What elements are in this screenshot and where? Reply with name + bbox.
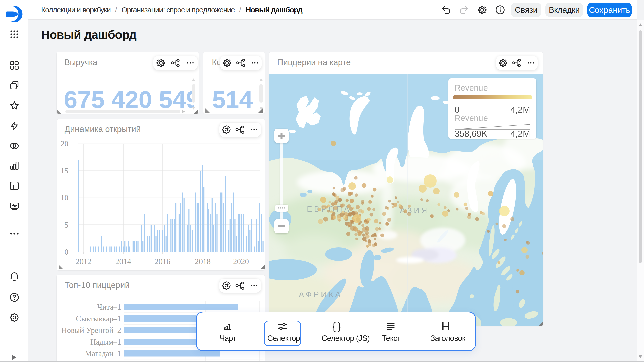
svg-text:Чита–1: Чита–1 [97,303,121,311]
svg-text:2020: 2020 [233,257,249,266]
svg-text:Новый Уренгой–2: Новый Уренгой–2 [61,326,121,335]
svg-text:20: 20 [61,139,68,148]
svg-text:2014: 2014 [115,257,131,266]
svg-text:0: 0 [65,248,69,256]
svg-text:АФРИКА: АФРИКА [299,290,342,299]
svg-text:5: 5 [65,220,69,229]
svg-text:2012: 2012 [76,257,91,266]
svg-text:2016: 2016 [155,257,170,266]
svg-text:2018: 2018 [195,257,211,266]
svg-text:Надым–1: Надым–1 [90,338,121,346]
svg-text:15: 15 [61,166,68,175]
svg-text:Сыктывкар–1: Сыктывкар–1 [76,314,121,323]
svg-text:Магадан–1: Магадан–1 [85,349,121,358]
svg-text:10: 10 [61,193,68,202]
